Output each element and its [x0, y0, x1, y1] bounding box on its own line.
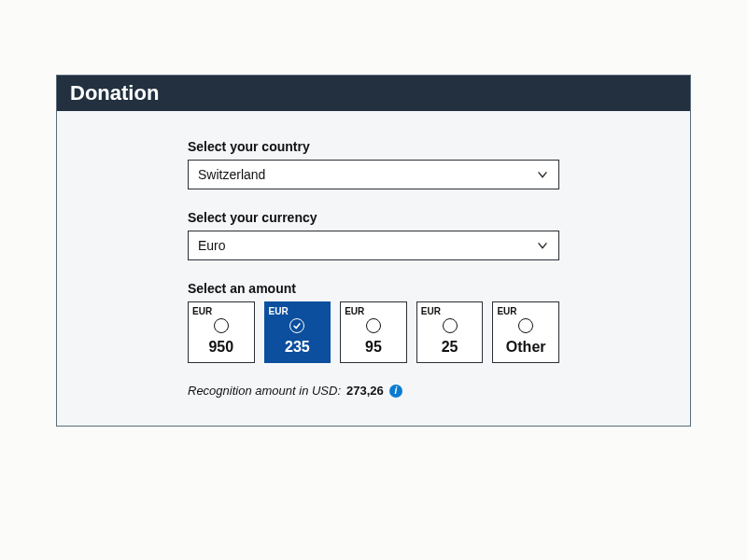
- amount-value: 95: [365, 339, 382, 356]
- amount-currency-label: EUR: [421, 306, 441, 316]
- currency-label: Select your currency: [188, 210, 559, 225]
- panel-title: Donation: [57, 76, 690, 111]
- amount-option[interactable]: EUR95: [340, 301, 407, 363]
- recognition-label: Recognition amount in USD:: [188, 384, 341, 398]
- amount-option[interactable]: EUROther: [492, 301, 559, 363]
- chevron-down-icon: [536, 239, 549, 252]
- chevron-down-icon: [536, 168, 549, 181]
- amount-currency-label: EUR: [345, 306, 364, 316]
- radio-icon: [366, 318, 381, 333]
- amount-value: Other: [506, 339, 546, 356]
- amount-options: EUR950EUR235EUR95EUR25EUROther: [188, 301, 559, 363]
- recognition-row: Recognition amount in USD: 273,26 i: [188, 384, 559, 398]
- amount-label: Select an amount: [188, 281, 559, 296]
- amount-currency-label: EUR: [192, 306, 212, 316]
- panel-body: Select your country Switzerland Select y…: [57, 111, 690, 426]
- info-icon[interactable]: i: [389, 385, 402, 398]
- amount-option[interactable]: EUR950: [188, 301, 255, 363]
- radio-checked-icon: [289, 318, 304, 333]
- country-value: Switzerland: [198, 167, 265, 182]
- country-select[interactable]: Switzerland: [188, 160, 559, 189]
- amount-value: 25: [442, 339, 458, 356]
- donation-panel: Donation Select your country Switzerland…: [56, 75, 691, 427]
- radio-icon: [518, 318, 533, 333]
- amount-option[interactable]: EUR25: [416, 301, 484, 363]
- radio-icon: [214, 318, 229, 333]
- country-label: Select your country: [188, 139, 559, 154]
- radio-icon: [443, 318, 458, 333]
- amount-currency-label: EUR: [497, 306, 516, 316]
- amount-currency-label: EUR: [269, 306, 289, 316]
- amount-value: 950: [208, 339, 233, 356]
- currency-select[interactable]: Euro: [188, 231, 559, 260]
- currency-value: Euro: [198, 238, 226, 253]
- amount-option[interactable]: EUR235: [264, 301, 331, 363]
- amount-value: 235: [285, 339, 310, 356]
- recognition-value: 273,26: [346, 384, 384, 398]
